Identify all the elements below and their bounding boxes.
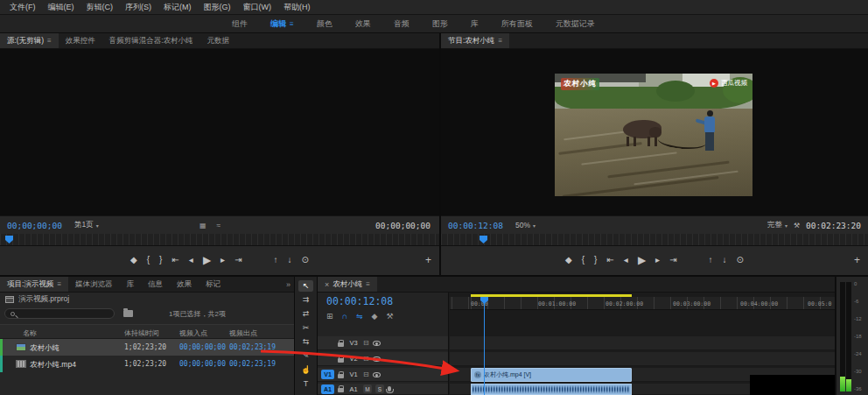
close-icon[interactable]: × xyxy=(325,280,329,289)
menu-window[interactable]: 窗口(W) xyxy=(237,2,278,13)
lock-icon[interactable] xyxy=(338,374,344,378)
mute-button[interactable]: M xyxy=(363,384,372,393)
program-mark-out-icon[interactable]: } xyxy=(594,256,597,265)
source-play-button[interactable]: ▶ xyxy=(203,255,211,265)
tab-effects[interactable]: 效果 xyxy=(170,277,199,292)
sync-lock-icon[interactable]: ⊟ xyxy=(363,339,369,347)
video-clip[interactable]: fx 农村小纯.mp4 [V] xyxy=(471,368,632,382)
source-panel-menu-icon[interactable]: ≡ xyxy=(47,37,52,45)
source-overwrite-icon[interactable]: ↓ xyxy=(288,256,292,265)
ripple-edit-tool[interactable]: ⇄ xyxy=(298,308,313,320)
source-go-to-out-icon[interactable]: ⇥ xyxy=(234,256,242,265)
tab-markers[interactable]: 标记 xyxy=(199,277,228,292)
new-bin-icon[interactable] xyxy=(123,310,133,317)
track-name-v2[interactable]: V2 xyxy=(347,355,360,363)
tab-source[interactable]: 源:(无剪辑) ≡ xyxy=(0,33,59,48)
tab-effect-controls[interactable]: 效果控件 xyxy=(59,33,102,48)
source-patch-v1[interactable]: V1 xyxy=(321,370,334,379)
solo-button[interactable]: S xyxy=(375,384,384,393)
workspace-tab-assembly[interactable]: 组件 xyxy=(220,18,259,30)
tab-sequence[interactable]: × 农村小纯 ≡ xyxy=(318,277,377,292)
workspace-tab-libraries[interactable]: 库 xyxy=(459,18,490,30)
menu-edit[interactable]: 编辑(E) xyxy=(42,2,80,13)
add-marker-icon[interactable]: ◆ xyxy=(372,312,378,321)
tab-project[interactable]: 项目:演示视频 ≡ xyxy=(0,277,68,292)
workspace-tab-graphics[interactable]: 图形 xyxy=(421,18,459,30)
tab-audio-clip-mixer[interactable]: 音频剪辑混合器:农村小纯 xyxy=(102,33,200,48)
track-output-eye-icon[interactable] xyxy=(373,341,381,346)
source-add-marker-icon[interactable]: ◆ xyxy=(130,256,137,265)
workspace-tab-effects[interactable]: 效果 xyxy=(344,18,382,30)
nest-sequence-icon[interactable]: ⊞ xyxy=(326,312,333,321)
search-input[interactable] xyxy=(4,308,115,319)
program-settings-wrench-icon[interactable]: ⚒ xyxy=(794,222,800,229)
sync-lock-icon[interactable]: ⊟ xyxy=(363,370,369,378)
timeline-current-timecode[interactable]: 00:00:12:08 xyxy=(326,295,393,307)
column-header-duration[interactable]: 体持续时间 xyxy=(124,328,159,338)
source-patch-a1[interactable]: A1 xyxy=(321,384,334,394)
selection-tool[interactable]: ↖ xyxy=(298,280,313,292)
menu-markers[interactable]: 标记(M) xyxy=(158,2,198,13)
source-playhead[interactable] xyxy=(5,236,13,243)
source-page-select[interactable]: 第1页 ▾ xyxy=(74,220,99,230)
timeline-playhead-line[interactable] xyxy=(484,297,485,395)
workspace-tab-metadata-logging[interactable]: 元数据记录 xyxy=(544,18,606,30)
lock-icon[interactable] xyxy=(338,342,344,347)
track-output-eye-icon[interactable] xyxy=(373,356,381,362)
menu-graphics[interactable]: 图形(G) xyxy=(198,2,237,13)
column-header-name[interactable]: 名称 xyxy=(23,328,37,338)
track-output-eye-icon[interactable] xyxy=(373,372,381,377)
program-zoom-select[interactable]: 50% ▾ xyxy=(515,221,536,229)
track-name-v3[interactable]: V3 xyxy=(347,339,360,347)
snap-magnet-icon[interactable]: ∩ xyxy=(342,312,347,321)
source-mark-in-icon[interactable]: { xyxy=(147,256,150,265)
tab-metadata[interactable]: 元数据 xyxy=(200,33,237,48)
project-file-row[interactable]: 演示视频.prproj xyxy=(0,293,294,306)
hand-tool[interactable]: ☝ xyxy=(298,364,313,376)
track-name-a1[interactable]: A1 xyxy=(347,385,360,393)
program-play-button[interactable]: ▶ xyxy=(638,255,646,265)
timeline-ruler[interactable]: 00:00 00:01:00:00 00:02:00:00 00:03:00:0… xyxy=(450,297,835,310)
linked-selection-icon[interactable]: ⇋ xyxy=(356,312,363,321)
track-lane-v2[interactable] xyxy=(450,352,835,366)
workspace-tab-color[interactable]: 颜色 xyxy=(305,18,344,30)
project-panel-menu-icon[interactable]: ≡ xyxy=(57,280,61,288)
track-name-v1[interactable]: V1 xyxy=(347,370,360,378)
column-header-video-out[interactable]: 视频出点 xyxy=(229,328,257,338)
tab-program[interactable]: 节目:农村小纯 ≡ xyxy=(441,33,509,48)
lock-icon[interactable] xyxy=(338,388,344,392)
timeline-settings-wrench-icon[interactable]: ⚒ xyxy=(386,312,393,321)
program-playhead[interactable] xyxy=(480,236,487,243)
program-go-to-out-icon[interactable]: ⇥ xyxy=(669,256,676,265)
drag-video-icon[interactable]: ▦ xyxy=(200,222,206,229)
program-panel-menu-icon[interactable]: ≡ xyxy=(498,37,502,45)
sync-lock-icon[interactable]: ⊟ xyxy=(363,355,369,363)
source-step-forward-icon[interactable]: ▸ xyxy=(220,256,225,265)
program-step-forward-icon[interactable]: ▸ xyxy=(655,256,660,265)
source-export-frame-icon[interactable]: ⊙ xyxy=(302,256,309,265)
workspace-tab-audio[interactable]: 音频 xyxy=(382,18,421,30)
source-insert-icon[interactable]: ↑ xyxy=(274,256,278,265)
source-step-back-icon[interactable]: ◂ xyxy=(189,256,193,265)
program-add-marker-icon[interactable]: ◆ xyxy=(565,256,572,265)
program-go-to-in-icon[interactable]: ⇤ xyxy=(606,256,613,265)
razor-tool[interactable]: ✂ xyxy=(298,322,313,334)
project-item-row-sequence[interactable]: 农村小纯 1;02;23;20 00;00;00;00 00;02;23;19 xyxy=(0,339,294,356)
lock-icon[interactable] xyxy=(338,358,344,363)
program-lift-icon[interactable]: ↑ xyxy=(709,256,713,265)
source-mark-out-icon[interactable]: } xyxy=(159,256,162,265)
source-button-editor-add[interactable]: + xyxy=(425,255,431,265)
program-mark-in-icon[interactable]: { xyxy=(582,256,584,265)
menu-clip[interactable]: 剪辑(C) xyxy=(80,2,120,13)
column-header-video-in[interactable]: 视频入点 xyxy=(179,328,207,338)
slip-tool[interactable]: ⇆ xyxy=(298,336,313,348)
track-select-forward-tool[interactable]: ⇉ xyxy=(298,294,313,306)
tab-info[interactable]: 信息 xyxy=(141,277,170,292)
source-patch-slot[interactable] xyxy=(321,354,334,363)
workspace-menu-icon[interactable]: ≡ xyxy=(290,20,294,28)
workspace-tab-all-panels[interactable]: 所有面板 xyxy=(490,18,544,30)
project-item-row-clip[interactable]: 农村小纯.mp4 1;02;23;20 00;00;00;00 00;02;23… xyxy=(0,356,294,372)
tab-libraries[interactable]: 库 xyxy=(120,277,142,292)
program-quality-select[interactable]: 完整 ▾ xyxy=(767,220,788,230)
timeline-panel-menu-icon[interactable]: ≡ xyxy=(366,280,370,288)
